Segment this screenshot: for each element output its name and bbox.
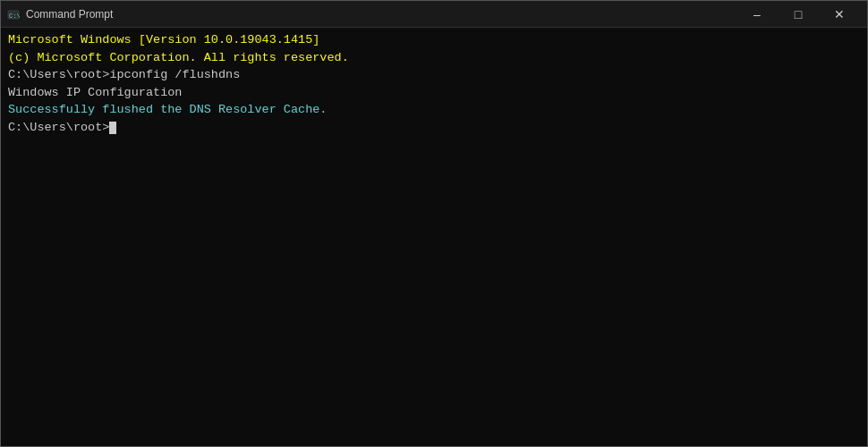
terminal-line: Microsoft Windows [Version 10.0.19043.14… xyxy=(8,31,860,49)
terminal-line: (c) Microsoft Corporation. All rights re… xyxy=(8,49,860,67)
terminal-line: Windows IP Configuration xyxy=(8,84,860,102)
titlebar: C:\ Command Prompt – □ ✕ xyxy=(1,1,867,28)
terminal-line: Successfully flushed the DNS Resolver Ca… xyxy=(8,101,860,119)
terminal-body[interactable]: Microsoft Windows [Version 10.0.19043.14… xyxy=(1,28,867,446)
titlebar-controls: – □ ✕ xyxy=(736,1,860,28)
close-button[interactable]: ✕ xyxy=(819,1,860,28)
cursor-blink xyxy=(109,122,116,134)
cmd-icon: C:\ xyxy=(6,7,21,21)
minimize-button[interactable]: – xyxy=(736,1,778,28)
terminal-line: C:\Users\root>ipconfig /flushdns xyxy=(8,66,860,84)
titlebar-title: Command Prompt xyxy=(26,8,113,21)
terminal-line: C:\Users\root> xyxy=(8,119,860,137)
titlebar-left: C:\ Command Prompt xyxy=(6,7,113,21)
svg-text:C:\: C:\ xyxy=(9,13,20,20)
cmd-window: C:\ Command Prompt – □ ✕ Microsoft Windo… xyxy=(0,0,868,447)
maximize-button[interactable]: □ xyxy=(778,1,819,28)
